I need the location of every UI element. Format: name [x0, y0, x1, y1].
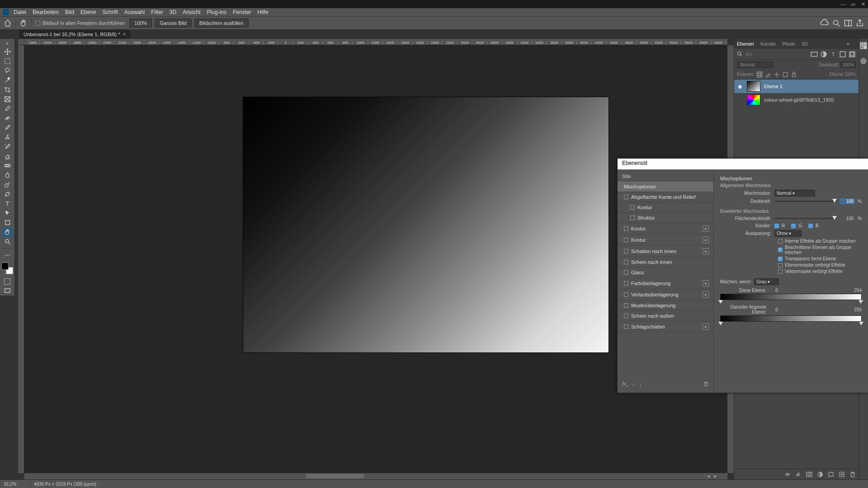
effect-checkbox[interactable] — [624, 324, 628, 329]
blur-tool[interactable] — [2, 170, 13, 180]
path-selection-tool[interactable] — [2, 208, 13, 218]
new-layer-icon[interactable] — [839, 471, 845, 478]
layer-mask-hides-checkbox[interactable] — [778, 263, 783, 267]
horizontal-scrollbar[interactable]: ◄ ► — [24, 473, 727, 479]
status-menu-icon[interactable]: 〉 — [99, 481, 104, 487]
effect-checkbox[interactable] — [624, 292, 628, 297]
crop-tool[interactable] — [2, 85, 13, 94]
scroll-all-windows-checkbox[interactable]: Bildlauf in allen Fenstern durchführen — [35, 20, 125, 26]
channel-b-checkbox[interactable] — [808, 224, 813, 228]
effect-checkbox[interactable] — [624, 303, 628, 308]
hand-tool-preset-icon[interactable] — [19, 19, 28, 27]
menu-window[interactable]: Fenster — [233, 9, 251, 15]
color-swatches[interactable] — [1, 263, 13, 274]
shape-tool[interactable] — [2, 218, 13, 227]
status-doc-info[interactable]: 4936 Px × 3319 Px (300 ppcm) — [34, 482, 96, 487]
fill-opacity-input[interactable]: 100 — [840, 216, 855, 221]
menu-help[interactable]: Hilfe — [258, 9, 269, 15]
status-zoom[interactable]: 16,2% — [4, 482, 26, 487]
document-tab-close-icon[interactable]: × — [123, 31, 126, 38]
this-layer-slider[interactable] — [720, 294, 862, 300]
home-icon[interactable] — [4, 19, 12, 27]
zoom-tool[interactable] — [2, 237, 13, 246]
cloud-docs-icon[interactable] — [820, 19, 829, 28]
filter-shape-icon[interactable] — [839, 51, 846, 58]
zoom-100-button[interactable]: 100% — [129, 19, 152, 28]
ruler-origin[interactable] — [18, 39, 24, 45]
menu-image[interactable]: Bild — [65, 9, 74, 15]
effect-checkbox[interactable] — [624, 249, 628, 253]
vector-mask-hides-checkbox[interactable] — [778, 269, 783, 274]
tab-paths[interactable]: Pfade — [782, 41, 795, 47]
filter-type-icon[interactable]: T — [830, 51, 837, 58]
layer-thumbnail[interactable] — [747, 94, 760, 105]
fit-screen-button[interactable]: Ganzes Bild — [155, 19, 191, 28]
effect-item[interactable]: Schein nach außen — [618, 311, 713, 321]
dodge-tool[interactable] — [2, 180, 13, 189]
transparency-shapes-checkbox[interactable] — [778, 257, 783, 261]
share-icon[interactable] — [855, 19, 864, 28]
blend-mode-select[interactable]: Normal — [737, 61, 773, 68]
menu-view[interactable]: Ansicht — [183, 9, 200, 15]
layer-filter-input[interactable] — [745, 52, 808, 57]
effect-checkbox[interactable] — [624, 195, 628, 199]
blend-interior-checkbox[interactable] — [778, 239, 783, 244]
add-effect-icon[interactable]: + — [703, 291, 709, 298]
opacity-input[interactable]: 100 — [840, 198, 855, 204]
panel-menu-icon[interactable]: ≡ — [847, 41, 849, 47]
fill-opacity-slider[interactable] — [774, 218, 837, 219]
horizontal-ruler[interactable]: -3400-3200-3000-2800-2600-2400-2200-2000… — [24, 39, 727, 45]
eyedropper-tool[interactable] — [2, 104, 13, 113]
tab-channels[interactable]: Kanäle — [760, 41, 776, 47]
effect-item[interactable]: Kontur — [618, 202, 713, 213]
layer-name[interactable]: Ebene 1 — [764, 84, 783, 89]
opacity-value[interactable]: 100% — [840, 61, 856, 68]
effect-item[interactable]: Abgeflachte Kante und Relief — [618, 192, 713, 202]
color-panel-icon[interactable] — [859, 42, 868, 50]
fill-value[interactable]: 100% — [844, 72, 856, 77]
type-tool[interactable] — [2, 199, 13, 208]
link-layers-icon[interactable] — [784, 471, 791, 478]
nav-chevrons[interactable]: ◄ ► — [707, 474, 718, 479]
menu-3d[interactable]: 3D — [170, 9, 176, 15]
effect-checkbox[interactable] — [630, 205, 635, 210]
document-tab[interactable]: Unbenannt-1 bei 16,2% (Ebene 1, RGB/8) *… — [19, 30, 130, 39]
search-icon[interactable] — [832, 19, 841, 28]
tab-layers[interactable]: Ebenen — [737, 41, 754, 47]
menu-select[interactable]: Auswahl — [124, 9, 145, 15]
lock-pixels-icon[interactable] — [756, 71, 763, 78]
eraser-tool[interactable] — [2, 151, 13, 161]
move-tool[interactable] — [2, 47, 13, 56]
effect-item[interactable]: Farbüberlagerung+ — [618, 278, 713, 289]
lock-artboard-icon[interactable] — [782, 71, 788, 78]
history-brush-tool[interactable] — [2, 142, 13, 151]
add-effect-icon[interactable]: + — [703, 248, 709, 254]
effect-checkbox[interactable] — [630, 216, 635, 220]
layer-mask-icon[interactable] — [806, 471, 812, 478]
menu-type[interactable]: Schrift — [103, 9, 118, 15]
clone-stamp-tool[interactable] — [2, 132, 13, 142]
add-effect-icon[interactable]: + — [703, 225, 709, 232]
opacity-slider[interactable] — [774, 201, 837, 202]
move-down-icon[interactable]: ↓ — [639, 382, 642, 387]
add-effect-icon[interactable]: + — [703, 280, 709, 286]
underlying-layer-slider[interactable] — [720, 315, 862, 322]
effect-item[interactable]: Mischoptionen — [618, 182, 713, 192]
layer-row[interactable]: ◉ Ebene 1 — [734, 80, 859, 93]
effect-item[interactable]: Schatten nach innen+ — [618, 246, 713, 257]
adjustment-layer-icon[interactable] — [817, 471, 823, 478]
canvas-document[interactable] — [243, 97, 609, 352]
effect-item[interactable]: Schlagschatten+ — [618, 321, 713, 333]
add-effect-icon[interactable]: + — [703, 324, 709, 330]
lasso-tool[interactable] — [2, 66, 13, 75]
effect-checkbox[interactable] — [624, 270, 628, 275]
effect-item[interactable]: Struktur — [618, 213, 713, 223]
filter-pixel-icon[interactable] — [811, 51, 818, 58]
delete-effect-icon[interactable] — [703, 381, 709, 388]
layer-thumbnail[interactable] — [747, 81, 760, 92]
layer-style-icon[interactable]: fx — [795, 471, 802, 478]
lock-brush-icon[interactable] — [765, 71, 771, 78]
knockout-dropdown[interactable]: Ohne ▾ — [774, 230, 802, 237]
blend-if-dropdown[interactable]: Grau ▾ — [754, 278, 779, 285]
tools-collapse-icon[interactable]: » — [6, 41, 9, 46]
